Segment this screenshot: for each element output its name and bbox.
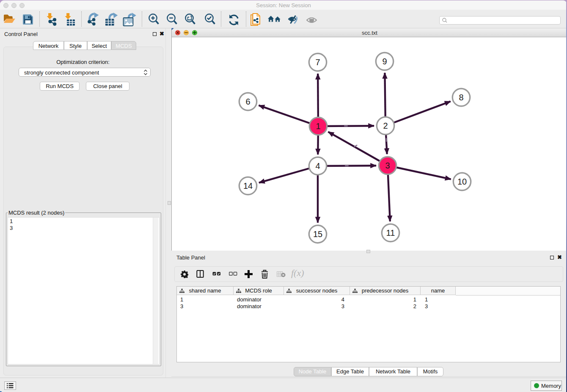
svg-text:7: 7 — [315, 58, 320, 67]
svg-text:15: 15 — [313, 229, 322, 239]
svg-text:4: 4 — [315, 161, 320, 171]
svg-text:10: 10 — [457, 177, 467, 186]
svg-text:11: 11 — [386, 228, 395, 237]
svg-text:2: 2 — [383, 121, 388, 130]
svg-text:3: 3 — [385, 161, 390, 170]
svg-text:1: 1 — [316, 121, 320, 131]
svg-text:8: 8 — [459, 93, 463, 102]
svg-text:6: 6 — [245, 97, 250, 106]
svg-text:9: 9 — [382, 57, 387, 66]
svg-text:14: 14 — [243, 181, 253, 190]
